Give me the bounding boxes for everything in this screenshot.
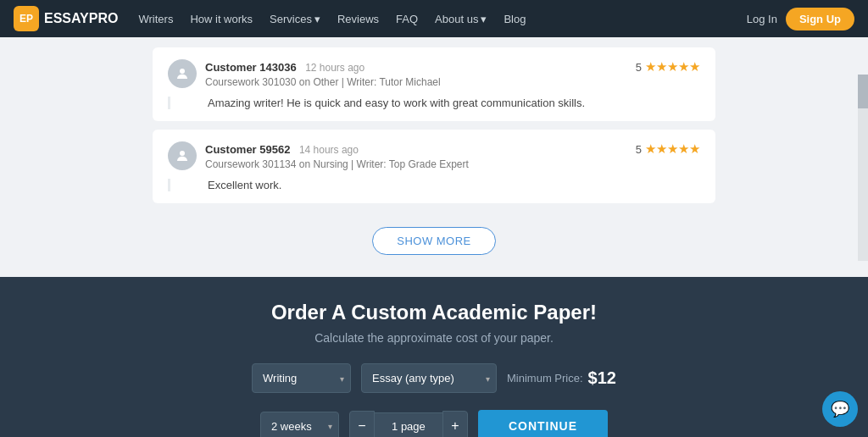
review-header: Customer 143036 12 hours ago Coursework … <box>168 59 700 88</box>
pages-increase-button[interactable]: + <box>442 411 468 437</box>
review-meta: Customer 59562 14 hours ago Coursework 3… <box>205 141 469 170</box>
type-select-wrap: Writing Editing Proofreading ▾ <box>252 363 351 393</box>
login-button[interactable]: Log In <box>747 13 777 25</box>
services-chevron-icon <box>314 13 320 25</box>
nav-how-it-works[interactable]: How it works <box>190 13 253 25</box>
scrollbar[interactable] <box>858 75 868 261</box>
signup-button[interactable]: Sign Up <box>786 8 854 30</box>
review-customer: Customer 143036 12 hours ago <box>205 59 441 75</box>
paper-select-wrap: Essay (any type) Research Paper Term Pap… <box>361 363 497 393</box>
review-customer: Customer 59562 14 hours ago <box>205 141 469 157</box>
continue-button[interactable]: CONTINUE <box>478 410 608 437</box>
nav-writers[interactable]: Writers <box>138 13 173 25</box>
nav-reviews[interactable]: Reviews <box>337 13 379 25</box>
order-title: Order A Custom Academic Paper! <box>0 301 868 324</box>
review-sub: Coursework 301030 on Other | Writer: Tut… <box>205 76 441 88</box>
navbar: EP ESSAYPRO Writers How it works Service… <box>0 0 868 37</box>
review-rating: 5 ★★★★★ <box>636 59 700 75</box>
nav-links: Writers How it works Services Reviews FA… <box>138 13 746 25</box>
pages-select[interactable]: 1 page 2 pages 3 pages 4 pages 5 pages <box>375 412 442 438</box>
review-left: Customer 59562 14 hours ago Coursework 3… <box>168 141 469 170</box>
min-price-label: Minimum Price: <box>507 372 583 384</box>
review-rating: 5 ★★★★★ <box>636 141 700 157</box>
nav-about[interactable]: About us <box>435 13 487 25</box>
review-body: Amazing writer! He is quick and easy to … <box>168 97 700 109</box>
avatar <box>168 59 197 88</box>
review-sub: Coursework 301134 on Nursing | Writer: T… <box>205 158 469 170</box>
order-row-1: Writing Editing Proofreading ▾ Essay (an… <box>252 363 616 393</box>
review-meta: Customer 143036 12 hours ago Coursework … <box>205 59 441 88</box>
review-card: Customer 59562 14 hours ago Coursework 3… <box>153 130 715 203</box>
pages-stepper: − 1 page 2 pages 3 pages 4 pages 5 pages… <box>349 411 468 437</box>
show-more-wrap: SHOW MORE <box>153 212 715 267</box>
nav-right: Log In Sign Up <box>747 8 854 30</box>
nav-faq[interactable]: FAQ <box>396 13 418 25</box>
stars-icon: ★★★★★ <box>645 59 700 75</box>
reviews-section: Customer 143036 12 hours ago Coursework … <box>0 37 868 277</box>
logo[interactable]: EP ESSAYPRO <box>14 6 118 31</box>
type-select[interactable]: Writing Editing Proofreading <box>252 363 351 393</box>
pages-decrease-button[interactable]: − <box>349 411 375 437</box>
review-left: Customer 143036 12 hours ago Coursework … <box>168 59 441 88</box>
chat-bubble-button[interactable]: 💬 <box>822 391 858 427</box>
nav-blog[interactable]: Blog <box>504 13 526 25</box>
avatar <box>168 141 197 170</box>
review-header: Customer 59562 14 hours ago Coursework 3… <box>168 141 700 170</box>
deadline-select[interactable]: 2 weeks 10 days 7 days 5 days 3 days 2 d… <box>260 412 339 438</box>
paper-select[interactable]: Essay (any type) Research Paper Term Pap… <box>361 363 497 393</box>
order-subtitle: Calculate the approximate cost of your p… <box>0 331 868 345</box>
review-card: Customer 143036 12 hours ago Coursework … <box>153 47 715 121</box>
order-row-2: 2 weeks 10 days 7 days 5 days 3 days 2 d… <box>260 410 608 437</box>
logo-icon: EP <box>14 6 39 31</box>
svg-point-1 <box>180 151 185 156</box>
deadline-select-wrap: 2 weeks 10 days 7 days 5 days 3 days 2 d… <box>260 412 339 438</box>
nav-services[interactable]: Services <box>270 13 320 25</box>
show-more-button[interactable]: SHOW MORE <box>372 227 496 255</box>
chat-icon: 💬 <box>831 400 849 418</box>
scrollbar-thumb <box>858 75 868 108</box>
min-price-value: $12 <box>588 368 616 388</box>
about-chevron-icon <box>481 13 487 25</box>
stars-icon: ★★★★★ <box>645 141 700 157</box>
svg-point-0 <box>180 69 185 74</box>
logo-text: ESSAYPRO <box>44 11 118 26</box>
review-body: Excellent work. <box>168 179 700 191</box>
order-section: Order A Custom Academic Paper! Calculate… <box>0 277 868 437</box>
price-display: Minimum Price: $12 <box>507 368 616 388</box>
